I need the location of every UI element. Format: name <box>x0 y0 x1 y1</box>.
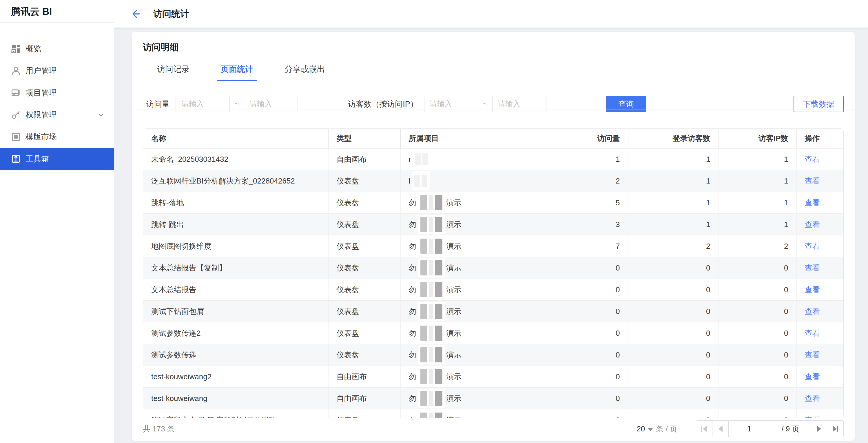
pager-group: / 9 页 <box>696 420 844 437</box>
cell-name: 地图底图切换维度 <box>143 235 328 257</box>
cell-project: 勿 演示 <box>400 235 537 257</box>
view-link[interactable]: 查看 <box>805 177 820 185</box>
cell-name: test-kouweiwang <box>143 388 328 409</box>
cell-actions: 查看 <box>797 170 844 192</box>
cell-name: 测试字段文本-数值-字段对展示的影响 <box>143 409 328 419</box>
cell-project: r <box>400 148 537 170</box>
sidebar-item-label: 用户管理 <box>26 65 57 76</box>
cell-type: 仪表盘 <box>328 170 400 192</box>
censored-blur-block <box>418 411 445 418</box>
view-link[interactable]: 查看 <box>805 198 820 207</box>
sidebar-item-templates[interactable]: 模版市场 <box>0 126 114 148</box>
table-row: 跳转-落地 仪表盘 勿 演示 5 1 1 查看 <box>143 192 844 214</box>
sidebar-item-overview[interactable]: 概览 <box>0 38 114 60</box>
view-link[interactable]: 查看 <box>805 307 820 316</box>
view-link[interactable]: 查看 <box>805 394 820 403</box>
next-page-button[interactable] <box>811 421 827 437</box>
chevron-down-icon[interactable] <box>97 111 104 119</box>
cell-login-visitors: 0 <box>628 322 718 344</box>
view-link[interactable]: 查看 <box>805 264 820 272</box>
project-prefix: 勿 <box>409 393 416 404</box>
sidebar-item-users[interactable]: 用户管理 <box>0 60 114 82</box>
cell-visits: 0 <box>537 366 628 388</box>
cell-actions: 查看 <box>797 257 844 279</box>
cell-project: 勿 演示 <box>400 214 537 235</box>
view-link[interactable]: 查看 <box>805 285 820 294</box>
cell-name: 测试参数传递2 <box>143 322 328 344</box>
censored-blur-block <box>418 389 445 408</box>
cell-type: 仪表盘 <box>328 257 400 279</box>
current-page-input[interactable] <box>728 421 770 437</box>
tab-visit-records[interactable]: 访问记录 <box>153 64 193 81</box>
tab-share-embed[interactable]: 分享或嵌出 <box>281 64 329 81</box>
col-header-actions: 操作 <box>797 129 844 148</box>
cell-visitor-ips: 2 <box>718 235 797 257</box>
last-page-icon <box>833 425 837 432</box>
view-link[interactable]: 查看 <box>805 220 820 229</box>
project-prefix: 勿 <box>409 328 416 338</box>
cell-type: 仪表盘 <box>328 344 400 366</box>
table-row: test-kouweiwang 自由画布 勿 演示 0 0 0 查看 <box>143 388 844 409</box>
cell-type: 自由画布 <box>328 366 400 388</box>
last-page-button[interactable] <box>827 421 843 437</box>
cell-name: 文本总结报告【复制】 <box>143 257 328 279</box>
cell-visitor-ips: 0 <box>718 409 797 419</box>
cell-actions: 查看 <box>797 214 844 235</box>
cell-type: 仪表盘 <box>328 214 400 235</box>
cell-actions: 查看 <box>797 366 844 388</box>
prev-page-button[interactable] <box>712 421 728 437</box>
pagination-bar: 共 173 条 20 条 / 页 / 9 页 <box>143 418 844 439</box>
project-suffix: 演示 <box>446 415 462 419</box>
sidebar-item-label: 概览 <box>26 43 41 54</box>
cell-visitor-ips: 0 <box>718 257 797 279</box>
cell-visits: 2 <box>537 170 628 192</box>
user-icon <box>11 66 21 76</box>
view-link[interactable]: 查看 <box>805 372 820 381</box>
cell-type: 自由画布 <box>328 388 400 409</box>
visit-detail-card: 访问明细 访问记录 页面统计 分享或嵌出 访问量 ~ 访客数（按访问IP） ~ … <box>132 32 855 441</box>
table-row: 测试参数传递 仪表盘 勿 演示 0 0 0 查看 <box>143 344 844 366</box>
visits-filter-label: 访问量 <box>146 99 170 109</box>
back-button[interactable] <box>129 7 142 20</box>
view-link[interactable]: 查看 <box>805 242 820 250</box>
col-header-name: 名称 <box>143 129 328 148</box>
cell-visitor-ips: 1 <box>718 170 797 192</box>
view-link[interactable]: 查看 <box>805 329 820 337</box>
view-link[interactable]: 查看 <box>805 351 820 359</box>
project-prefix: 勿 <box>409 241 416 252</box>
view-link[interactable]: 查看 <box>805 416 820 419</box>
censored-blur-block <box>418 324 445 343</box>
cell-project: 勿 演示 <box>400 322 537 344</box>
table-row: 文本总结报告【复制】 仪表盘 勿 演示 0 0 0 查看 <box>143 257 844 279</box>
sidebar: 腾讯云 BI 概览 用户管理 项目管理 权限管理 <box>0 0 114 443</box>
project-prefix: 勿 <box>409 372 416 382</box>
page-size-select[interactable]: 20 条 / 页 <box>637 424 677 434</box>
view-link[interactable]: 查看 <box>805 155 820 164</box>
cell-login-visitors: 0 <box>628 257 718 279</box>
page-size-value: 20 <box>637 424 645 434</box>
page-size-unit: 条 / 页 <box>656 424 677 434</box>
cell-actions: 查看 <box>797 322 844 344</box>
cell-login-visitors: 1 <box>628 170 718 192</box>
cell-type: 仪表盘 <box>328 322 400 344</box>
col-header-type: 类型 <box>328 129 400 148</box>
range-separator: ~ <box>235 99 239 109</box>
cell-visitor-ips: 1 <box>718 214 797 235</box>
sidebar-item-toolbox[interactable]: 工具箱 <box>0 148 114 170</box>
app-logo: 腾讯云 BI <box>0 0 114 23</box>
tab-page-stats[interactable]: 页面统计 <box>217 64 257 81</box>
first-page-button[interactable] <box>696 421 712 437</box>
cell-visitor-ips: 0 <box>718 279 797 301</box>
project-prefix: 勿 <box>409 415 416 419</box>
cell-login-visitors: 1 <box>628 148 718 170</box>
cell-project: 勿 演示 <box>400 366 537 388</box>
key-icon <box>11 110 21 120</box>
cell-visits: 1 <box>537 148 628 170</box>
col-header-visitor-ips: 访客IP数 <box>718 129 797 148</box>
sidebar-item-permissions[interactable]: 权限管理 <box>0 104 114 126</box>
cell-actions: 查看 <box>797 279 844 301</box>
censored-blur-block <box>418 258 445 277</box>
project-suffix: 演示 <box>446 241 462 252</box>
cell-login-visitors: 0 <box>628 344 718 366</box>
sidebar-item-projects[interactable]: 项目管理 <box>0 82 114 104</box>
